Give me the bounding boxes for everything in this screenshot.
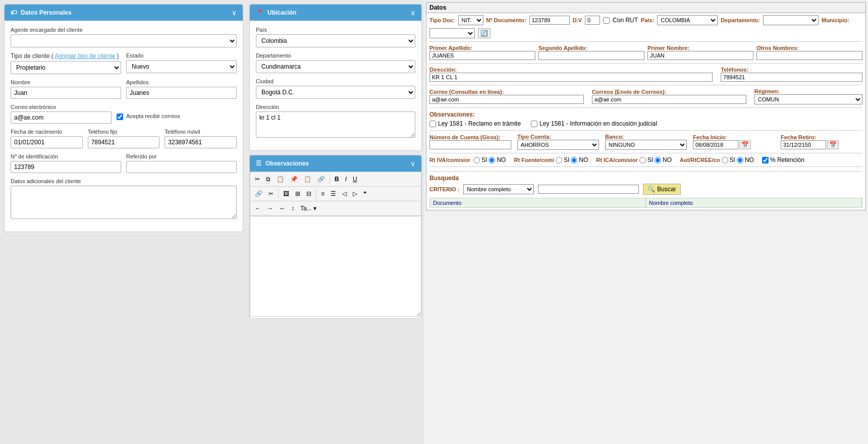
acepta-correos-label: Acepta recibir correos <box>126 113 180 119</box>
datos-adicionales-textarea[interactable] <box>11 186 237 219</box>
departamento-r-select[interactable] <box>763 15 819 25</box>
criterio-label: CRITERIO : <box>429 186 459 192</box>
datos-header: Datos <box>426 3 865 13</box>
nro-cuenta-input[interactable] <box>429 140 511 149</box>
rt-fuente-no-label: NO <box>579 156 588 163</box>
segundo-apellido-input[interactable] <box>538 51 644 60</box>
correo-consulta-label: Correo (Consultas en línea): <box>429 89 584 95</box>
correo-envio-input[interactable] <box>592 95 746 104</box>
estado-select[interactable]: Nuevo <box>126 60 237 73</box>
datos-body: Tipo Doc: NIT. Nº Documento: D.V Con RUT… <box>426 13 865 210</box>
align-right-btn[interactable]: ↔ <box>277 203 288 213</box>
rt-ica-no-label: NO <box>663 156 672 163</box>
underline-btn[interactable]: U <box>350 174 360 184</box>
quote-btn[interactable]: ❝ <box>361 189 369 199</box>
tipo-cliente-select[interactable]: Propietario <box>11 61 121 74</box>
criterio-select[interactable]: Nombre completo <box>463 184 534 194</box>
nombre-completo-col-header: Nombre completo <box>646 198 862 207</box>
departamento-group: Departamento Cundinamarca <box>256 52 415 73</box>
rt-ica-si-radio[interactable] <box>639 157 646 163</box>
align-center-btn[interactable]: → <box>264 203 276 213</box>
nombre-input[interactable] <box>11 87 121 99</box>
buscar-btn[interactable]: 🔍 Buscar <box>643 184 680 195</box>
fecha-inicio-cal-btn[interactable]: 📅 <box>739 140 751 149</box>
departamento-select[interactable]: Cundinamarca <box>256 60 415 73</box>
paste-btn[interactable]: 📋 <box>274 174 287 184</box>
observaciones-header: ☰ Observaciones ∨ <box>250 155 421 172</box>
retencion-checkbox[interactable] <box>762 157 769 163</box>
tel-fijo-input[interactable] <box>88 136 160 148</box>
ul-btn[interactable]: ☰ <box>328 189 339 199</box>
copy-btn[interactable]: ⧉ <box>263 174 273 184</box>
datos-adicionales-label: Datos adicionales del cliente <box>11 178 237 184</box>
cuenta-row: Número de Cuenta (Giros): Tipo Cuenta: A… <box>429 134 862 150</box>
primer-apellido-input[interactable] <box>429 51 535 60</box>
agente-select[interactable] <box>11 34 237 47</box>
correo-consulta-input[interactable] <box>429 95 584 104</box>
ciudad-select[interactable]: Bogotá D.C. <box>256 86 415 99</box>
ubicacion-collapse[interactable]: ∨ <box>410 9 415 17</box>
table-btn[interactable]: ⊞ <box>293 189 303 199</box>
rt-iva-no-radio[interactable] <box>489 157 495 163</box>
table2-btn[interactable]: ⊟ <box>304 189 314 199</box>
ley1581-judicial-checkbox[interactable] <box>531 121 537 127</box>
acepta-correos-checkbox[interactable] <box>117 114 123 120</box>
rt-fuente-no-radio[interactable] <box>571 157 577 163</box>
observaciones-r-label: Observaciones: <box>429 111 862 118</box>
refresh-btn[interactable]: 🔄 <box>478 28 491 38</box>
format-btn[interactable]: Ta... ▾ <box>298 203 319 213</box>
ol-btn[interactable]: ≡ <box>318 189 327 199</box>
referido-input[interactable] <box>126 161 237 173</box>
correo-input[interactable] <box>11 112 112 124</box>
tipo-cuenta-select[interactable]: AHORROS <box>517 140 599 150</box>
primer-nombre-input[interactable] <box>647 51 753 60</box>
rt-ica-no-radio[interactable] <box>655 157 661 163</box>
paste-word-btn[interactable]: 📋 <box>301 174 314 184</box>
observaciones-textarea[interactable] <box>250 216 421 317</box>
pais-r-select[interactable]: COLOMBIA <box>657 15 718 25</box>
paste-text-btn[interactable]: 📌 <box>288 174 300 184</box>
link-btn[interactable]: 🔗 <box>252 189 265 199</box>
fecha-inicio-input[interactable] <box>693 140 738 149</box>
nro-doc-input[interactable] <box>529 16 570 25</box>
outdent-btn[interactable]: ▷ <box>350 189 360 199</box>
con-rut-checkbox[interactable] <box>603 17 610 24</box>
apellidos-input[interactable] <box>126 87 237 99</box>
unlink-btn[interactable]: ✂ <box>266 189 276 199</box>
direccion-textarea[interactable]: kr 1 cl 1 <box>256 112 415 138</box>
special-btn[interactable]: 🔗 <box>315 174 328 184</box>
telefonos-input[interactable] <box>721 73 862 82</box>
tel-movil-input[interactable] <box>165 136 237 148</box>
aut-rtcree-si-radio[interactable] <box>722 157 728 163</box>
fecha-nac-group: Fecha de nacimiento <box>11 129 83 148</box>
cut-btn[interactable]: ✂ <box>252 174 262 184</box>
nro-id-input[interactable] <box>11 161 121 173</box>
rt-iva-si-radio[interactable] <box>473 157 480 163</box>
fecha-retiro-input[interactable] <box>781 140 826 149</box>
aut-rtcree-no-radio[interactable] <box>737 157 743 163</box>
image-btn[interactable]: 🖼 <box>281 189 292 199</box>
regimen-select[interactable]: COMUN <box>754 94 862 104</box>
agregar-tipo-link[interactable]: Agregar tipo de cliente <box>55 52 115 60</box>
direccion-r-input[interactable] <box>429 73 713 82</box>
italic-btn[interactable]: I <box>343 174 349 184</box>
align-justify-btn[interactable]: ↕ <box>289 203 297 213</box>
datos-personales-collapse[interactable]: ∨ <box>232 9 237 17</box>
banco-select[interactable]: NINGUNO <box>605 140 687 150</box>
indent-btn[interactable]: ◁ <box>340 189 349 199</box>
align-left-btn[interactable]: ← <box>252 203 263 213</box>
rt-fuente-si-radio[interactable] <box>556 157 562 163</box>
dv-input[interactable] <box>585 16 600 25</box>
busqueda-input[interactable] <box>538 185 639 194</box>
fecha-retiro-cal-btn[interactable]: 📅 <box>827 140 839 149</box>
otros-nombres-input[interactable] <box>756 51 862 60</box>
pais-select[interactable]: Colombia <box>256 34 415 47</box>
municipio-select[interactable] <box>429 28 475 38</box>
tipo-doc-select[interactable]: NIT. <box>458 15 483 25</box>
bold-btn[interactable]: B <box>332 174 342 184</box>
primer-apellido-label: Primer Apellido: <box>429 45 535 51</box>
referido-label: Referido por <box>126 153 237 159</box>
observaciones-collapse[interactable]: ∨ <box>410 159 415 168</box>
ley1581-tramite-checkbox[interactable] <box>429 121 436 127</box>
fecha-nac-input[interactable] <box>11 136 83 148</box>
